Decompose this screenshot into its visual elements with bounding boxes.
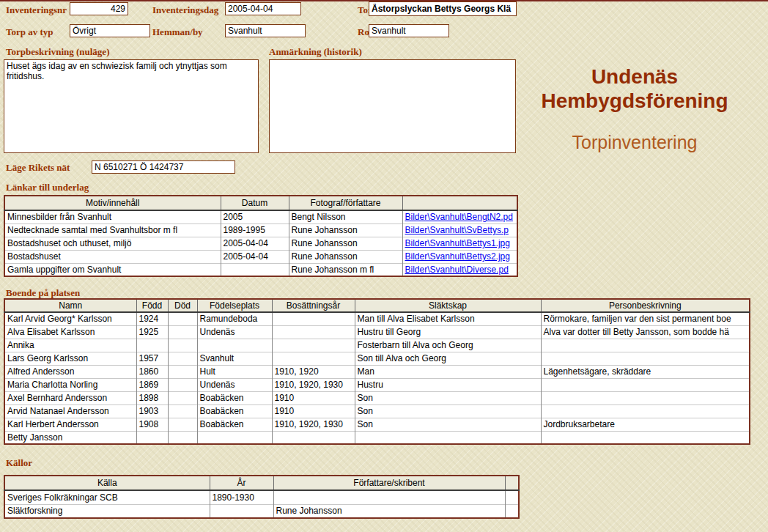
torpnamn-input[interactable] xyxy=(369,1,517,16)
table-row: Axel Bernhard Andersson1898Boabäcken1910… xyxy=(4,391,750,404)
table-cell: 2005-04-04 xyxy=(221,237,289,250)
table-cell xyxy=(273,490,505,504)
header-row: Motiv/innehållDatumFotograf/författare xyxy=(4,196,517,210)
column-header: Född xyxy=(136,299,168,312)
column-header xyxy=(505,476,519,490)
file-link[interactable]: Bilder\Svanhult\Bettys2.jpg xyxy=(405,251,510,262)
page-title: Torpinventering xyxy=(524,132,745,153)
torpbeskrivning-textarea[interactable]: Huset ägs idag av en schwiezisk familj o… xyxy=(4,59,259,153)
inventeringsdag-label: Inventeringsdag xyxy=(152,4,218,16)
residents-section-title: Boende på platsen xyxy=(6,287,80,299)
table-cell: 1924 xyxy=(136,312,168,325)
column-header xyxy=(402,196,517,210)
column-header: Källa xyxy=(4,476,210,490)
table-cell xyxy=(505,490,519,504)
table-cell xyxy=(541,352,750,365)
lage-rikets-nat-input[interactable] xyxy=(92,160,235,174)
table-cell xyxy=(168,325,197,339)
table-cell xyxy=(541,404,750,418)
table-cell xyxy=(505,504,519,518)
table-cell: 2005 xyxy=(221,210,289,223)
torp-av-typ-input[interactable] xyxy=(70,24,150,37)
association-name-line1: Undenäs xyxy=(524,64,745,89)
links-section-title: Länkar till underlag xyxy=(6,182,89,193)
column-header: Personbeskrivning xyxy=(541,299,750,312)
table-cell: Son xyxy=(355,391,541,404)
inventeringsnr-label: Inventeringsnr xyxy=(6,4,67,16)
table-cell xyxy=(541,431,750,444)
hemman-by-input[interactable] xyxy=(225,24,306,37)
table-cell: 1898 xyxy=(136,391,168,404)
table-cell: 1908 xyxy=(136,418,168,431)
column-header: Födelseplats xyxy=(197,299,272,312)
table-row: Betty Jansson xyxy=(4,431,750,444)
table-cell: Karl Herbert Andersson xyxy=(4,418,136,431)
table-cell: Gamla uppgifter om Svanhult xyxy=(4,263,221,276)
table-cell: Lägenhetsägare, skräddare xyxy=(541,365,750,378)
table-cell xyxy=(541,391,750,404)
column-header: Författare/skribent xyxy=(273,476,505,490)
table-cell: Rune Johansson xyxy=(273,504,505,518)
table-cell: Undenäs xyxy=(197,378,272,391)
table-cell: 1910 xyxy=(272,391,355,404)
table-row: Sveriges Folkräkningar SCB1890-1930 xyxy=(4,490,519,504)
table-cell: Man till Alva Elisabet Karlsson xyxy=(355,312,541,325)
table-cell: 1869 xyxy=(136,378,168,391)
table-cell: Axel Bernhard Andersson xyxy=(4,391,136,404)
sources-section-title: Källor xyxy=(6,457,32,469)
table-cell: Bilder\Svanhult\SvBettys.p xyxy=(402,223,517,237)
table-row: Alva Elisabet Karlsson1925UndenäsHustru … xyxy=(4,325,750,339)
table-cell: Alva var dotter till Betty Jansson, som … xyxy=(541,325,750,339)
table-row: Alfred Andersson1860Hult1910, 1920ManLäg… xyxy=(4,365,750,378)
table-row: Gamla uppgifter om SvanhultRune Johansso… xyxy=(4,263,517,276)
table-cell: Man xyxy=(355,365,541,378)
table-cell: 1860 xyxy=(136,365,168,378)
table-cell: Karl Arvid Georg* Karlsson xyxy=(4,312,136,325)
rote-input[interactable] xyxy=(369,24,449,37)
table-cell xyxy=(272,312,355,325)
file-link[interactable]: Bilder\Svanhult\Diverse.pd xyxy=(405,265,509,275)
table-cell: Maria Charlotta Norling xyxy=(4,378,136,391)
column-header: År xyxy=(210,476,273,490)
table-cell xyxy=(168,418,197,431)
table-row: AnnikaFosterbarn till Alva och Georg xyxy=(4,339,750,352)
header-row: KällaÅrFörfattare/skribent xyxy=(4,476,519,490)
table-cell: 2005-04-04 xyxy=(221,250,289,263)
table-cell xyxy=(272,431,355,444)
table-cell: 1910, 1920, 1930 xyxy=(272,418,355,431)
table-cell: Fosterbarn till Alva och Georg xyxy=(355,339,541,352)
table-cell: Rune Johansson m fl xyxy=(289,263,402,276)
residents-table: NamnFöddDödFödelseplatsBosättningsårSläk… xyxy=(4,298,750,445)
table-cell: Boabäcken xyxy=(197,418,272,431)
table-cell: Jordbruksarbetare xyxy=(541,418,750,431)
anmarkning-textarea[interactable] xyxy=(269,59,516,153)
table-cell: Son till Alva och Georg xyxy=(355,352,541,365)
sources-table: KällaÅrFörfattare/skribentSveriges Folkr… xyxy=(4,475,520,519)
table-cell xyxy=(221,263,289,276)
table-cell: 1910, 1920, 1930 xyxy=(272,378,355,391)
inventeringsdag-input[interactable] xyxy=(225,2,301,15)
table-row: Lars Georg Karlsson1957SvanhultSon till … xyxy=(4,352,750,365)
table-cell xyxy=(197,431,272,444)
table-cell: 1957 xyxy=(136,352,168,365)
table-row: Maria Charlotta Norling1869Undenäs1910, … xyxy=(4,378,750,391)
inventeringsnr-input[interactable] xyxy=(70,2,128,15)
table-cell xyxy=(272,339,355,352)
table-cell xyxy=(136,339,168,352)
file-link[interactable]: Bilder\Svanhult\SvBettys.p xyxy=(405,225,509,235)
table-row: Karl Arvid Georg* Karlsson1924Ramundebod… xyxy=(4,312,750,325)
table-cell xyxy=(272,352,355,365)
table-cell xyxy=(168,404,197,418)
table-cell: 1925 xyxy=(136,325,168,339)
table-cell: Släktforskning xyxy=(4,504,210,518)
table-cell: Lars Georg Karlsson xyxy=(4,352,136,365)
table-cell: Bostadshuset och uthuset, miljö xyxy=(4,237,221,250)
file-link[interactable]: Bilder\Svanhult\BengtN2.pd xyxy=(405,212,513,222)
table-cell: Svanhult xyxy=(197,352,272,365)
table-cell: Bilder\Svanhult\Bettys1.jpg xyxy=(402,237,517,250)
table-cell: Minnesbilder från Svanhult xyxy=(4,210,221,223)
torpinventering-form: { "colors": { "label": "#993300", "title… xyxy=(0,0,768,532)
column-header: Motiv/innehåll xyxy=(4,196,221,210)
table-cell: 1903 xyxy=(136,404,168,418)
file-link[interactable]: Bilder\Svanhult\Bettys1.jpg xyxy=(405,238,510,248)
